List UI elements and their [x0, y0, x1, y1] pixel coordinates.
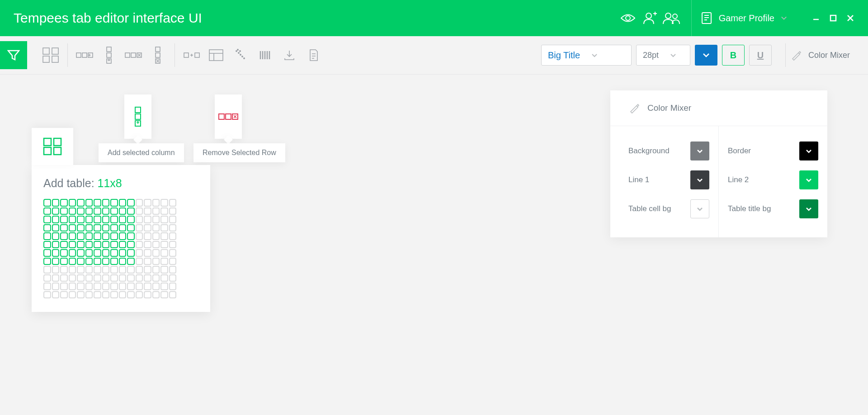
- grid-cell[interactable]: [60, 258, 68, 265]
- grid-cell[interactable]: [152, 241, 160, 249]
- grid-cell[interactable]: [85, 208, 93, 215]
- grid-cell[interactable]: [160, 241, 168, 249]
- grid-cell[interactable]: [85, 266, 93, 274]
- grid-cell[interactable]: [69, 241, 76, 249]
- grid-cell[interactable]: [136, 216, 143, 223]
- grid-cell[interactable]: [52, 266, 60, 274]
- grid-cell[interactable]: [169, 266, 177, 274]
- grid-cell[interactable]: [169, 216, 177, 223]
- grid-cell[interactable]: [102, 274, 110, 282]
- grid-cell[interactable]: [43, 199, 51, 207]
- grid-cell[interactable]: [127, 232, 135, 240]
- grid-cell[interactable]: [94, 199, 101, 207]
- grid-cell[interactable]: [77, 258, 85, 265]
- grid-cell[interactable]: [136, 208, 143, 215]
- grid-cell[interactable]: [144, 199, 151, 207]
- grid-cell[interactable]: [119, 274, 127, 282]
- grid-cell[interactable]: [43, 224, 51, 232]
- grid-cell[interactable]: [94, 266, 101, 274]
- grid-cell[interactable]: [160, 216, 168, 223]
- grid-cell[interactable]: [136, 274, 143, 282]
- grid-cell[interactable]: [119, 224, 127, 232]
- grid-cell[interactable]: [52, 208, 60, 215]
- grid-cell[interactable]: [94, 249, 101, 257]
- grid-cell[interactable]: [94, 232, 101, 240]
- grid-cell[interactable]: [110, 258, 118, 265]
- add-user-icon[interactable]: [639, 7, 660, 29]
- grid-cell[interactable]: [136, 266, 143, 274]
- grid-cell[interactable]: [136, 283, 143, 290]
- add-table-tab[interactable]: [32, 128, 73, 165]
- grid-cell[interactable]: [136, 199, 143, 207]
- grid-cell[interactable]: [169, 274, 177, 282]
- grid-cell[interactable]: [94, 258, 101, 265]
- grid-cell[interactable]: [52, 291, 60, 299]
- grid-cell[interactable]: [60, 208, 68, 215]
- grid-cell[interactable]: [60, 291, 68, 299]
- grid-cell[interactable]: [43, 216, 51, 223]
- grid-cell[interactable]: [43, 208, 51, 215]
- grid-cell[interactable]: [77, 232, 85, 240]
- grid-cell[interactable]: [110, 216, 118, 223]
- color-swatch[interactable]: [690, 170, 709, 189]
- grid-cell[interactable]: [60, 274, 68, 282]
- grid-icon[interactable]: [38, 43, 63, 67]
- grid-cell[interactable]: [60, 241, 68, 249]
- grid-cell[interactable]: [152, 258, 160, 265]
- grid-cell[interactable]: [69, 216, 76, 223]
- grid-cell[interactable]: [169, 232, 177, 240]
- grid-cell[interactable]: [152, 274, 160, 282]
- grid-cell[interactable]: [127, 291, 135, 299]
- grid-cell[interactable]: [102, 224, 110, 232]
- grid-cell[interactable]: [60, 199, 68, 207]
- grid-cell[interactable]: [152, 249, 160, 257]
- grid-cell[interactable]: [77, 291, 85, 299]
- minimize-button[interactable]: [810, 12, 822, 24]
- grid-cell[interactable]: [160, 291, 168, 299]
- font-size-dropdown[interactable]: 28pt: [636, 45, 690, 66]
- grid-cell[interactable]: [94, 241, 101, 249]
- grid-cell[interactable]: [43, 232, 51, 240]
- grid-cell[interactable]: [69, 224, 76, 232]
- profile-dropdown[interactable]: Gamer Profile: [701, 11, 787, 25]
- grid-cell[interactable]: [85, 249, 93, 257]
- grid-cell[interactable]: [52, 249, 60, 257]
- close-button[interactable]: [844, 12, 857, 24]
- grid-cell[interactable]: [127, 224, 135, 232]
- grid-cell[interactable]: [160, 266, 168, 274]
- filter-button[interactable]: [0, 41, 27, 69]
- grid-cell[interactable]: [94, 216, 101, 223]
- text-color-button[interactable]: [695, 45, 717, 66]
- grid-cell[interactable]: [144, 291, 151, 299]
- grid-cell[interactable]: [110, 241, 118, 249]
- grid-cell[interactable]: [85, 224, 93, 232]
- grid-cell[interactable]: [77, 249, 85, 257]
- grid-cell[interactable]: [160, 249, 168, 257]
- grid-cell[interactable]: [127, 199, 135, 207]
- grid-cell[interactable]: [102, 266, 110, 274]
- grid-cell[interactable]: [144, 258, 151, 265]
- grid-cell[interactable]: [52, 232, 60, 240]
- spray-icon[interactable]: [228, 43, 253, 67]
- users-icon[interactable]: [660, 7, 682, 29]
- grid-cell[interactable]: [110, 249, 118, 257]
- grid-cell[interactable]: [119, 249, 127, 257]
- grid-cell[interactable]: [119, 241, 127, 249]
- grid-cell[interactable]: [102, 208, 110, 215]
- grid-cell[interactable]: [85, 291, 93, 299]
- grid-cell[interactable]: [60, 266, 68, 274]
- grid-cell[interactable]: [127, 274, 135, 282]
- grid-cell[interactable]: [110, 224, 118, 232]
- grid-cell[interactable]: [160, 224, 168, 232]
- grid-cell[interactable]: [160, 258, 168, 265]
- grid-cell[interactable]: [60, 216, 68, 223]
- grid-cell[interactable]: [127, 258, 135, 265]
- grid-cell[interactable]: [169, 241, 177, 249]
- grid-cell[interactable]: [169, 224, 177, 232]
- grid-cell[interactable]: [94, 283, 101, 290]
- grid-cell[interactable]: [119, 232, 127, 240]
- grid-cell[interactable]: [52, 274, 60, 282]
- grid-cell[interactable]: [85, 199, 93, 207]
- grid-cell[interactable]: [160, 232, 168, 240]
- grid-cell[interactable]: [160, 208, 168, 215]
